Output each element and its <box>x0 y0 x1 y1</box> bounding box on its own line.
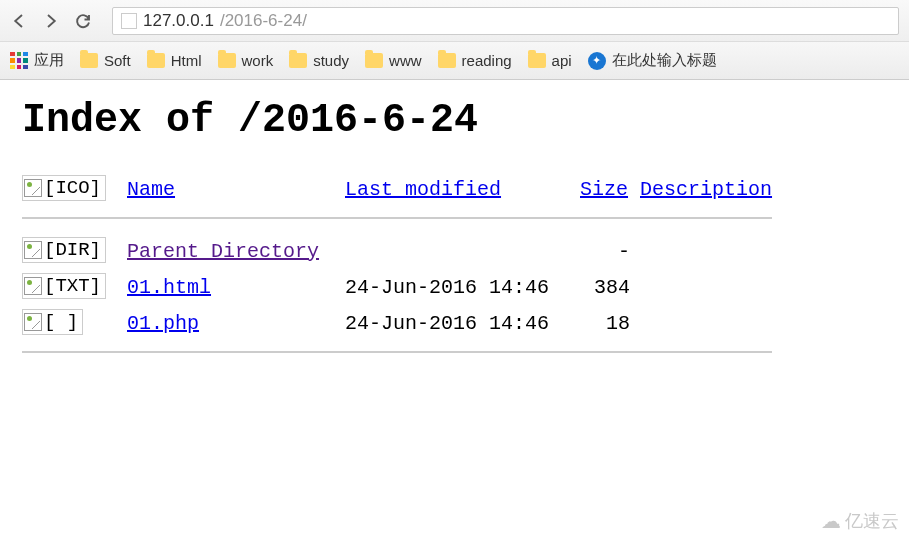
bookmark-work[interactable]: work <box>218 52 274 69</box>
header-row: [ICO] Name Last modified Size Descriptio… <box>22 171 772 207</box>
divider <box>22 217 772 219</box>
sort-description-link[interactable]: Description <box>640 178 772 201</box>
globe-icon: ✦ <box>588 52 606 70</box>
header-modified: Last modified <box>345 171 580 207</box>
broken-image-icon <box>24 277 42 295</box>
cell-modified: 24-Jun-2016 14:46 <box>345 305 580 341</box>
table-row: [TXT] 01.html 24-Jun-2016 14:46 384 <box>22 269 772 305</box>
reload-button[interactable] <box>74 12 92 30</box>
cell-modified: 24-Jun-2016 14:46 <box>345 269 580 305</box>
cell-modified <box>345 233 580 269</box>
folder-icon <box>80 53 98 68</box>
cell-size: 384 <box>580 269 640 305</box>
folder-icon <box>528 53 546 68</box>
nav-back-button[interactable] <box>10 12 28 30</box>
folder-icon <box>365 53 383 68</box>
header-size: Size <box>580 171 640 207</box>
folder-icon <box>147 53 165 68</box>
cloud-icon: ☁ <box>821 509 841 533</box>
bookmark-html[interactable]: Html <box>147 52 202 69</box>
sort-name-link[interactable]: Name <box>127 178 175 201</box>
bookmark-tool[interactable]: ✦在此处输入标题 <box>588 51 717 70</box>
arrow-right-icon <box>42 12 60 30</box>
file-link[interactable]: 01.php <box>127 312 199 335</box>
watermark: ☁ 亿速云 <box>821 509 899 533</box>
broken-image-icon <box>24 313 42 331</box>
folder-icon <box>438 53 456 68</box>
cell-size: 18 <box>580 305 640 341</box>
directory-listing: [ICO] Name Last modified Size Descriptio… <box>22 171 772 367</box>
broken-image-icon <box>24 241 42 259</box>
arrow-left-icon <box>10 12 28 30</box>
parent-directory-link[interactable]: Parent Directory <box>127 240 319 263</box>
address-bar[interactable]: 127.0.0.1/2016-6-24/ <box>112 7 899 35</box>
cell-size: - <box>580 233 640 269</box>
bookmarks-bar: 应用 Soft Html work study www reading api … <box>0 42 909 80</box>
broken-image-icon <box>24 179 42 197</box>
bookmark-www[interactable]: www <box>365 52 422 69</box>
url-path: /2016-6-24/ <box>220 11 307 31</box>
nav-forward-button[interactable] <box>42 12 60 30</box>
page-content: Index of /2016-6-24 [ICO] Name Last modi… <box>0 80 909 385</box>
bookmark-api[interactable]: api <box>528 52 572 69</box>
bookmark-soft[interactable]: Soft <box>80 52 131 69</box>
apps-icon <box>10 52 28 70</box>
bookmark-study[interactable]: study <box>289 52 349 69</box>
divider <box>22 351 772 353</box>
page-title: Index of /2016-6-24 <box>22 98 887 143</box>
folder-icon <box>289 53 307 68</box>
reload-icon <box>74 12 92 30</box>
sort-size-link[interactable]: Size <box>580 178 628 201</box>
folder-icon <box>218 53 236 68</box>
file-link[interactable]: 01.html <box>127 276 211 299</box>
sort-modified-link[interactable]: Last modified <box>345 178 501 201</box>
apps-button[interactable]: 应用 <box>10 51 64 70</box>
browser-toolbar: 127.0.0.1/2016-6-24/ <box>0 0 909 42</box>
header-description: Description <box>640 171 772 207</box>
apps-label: 应用 <box>34 51 64 70</box>
url-host: 127.0.0.1 <box>143 11 214 31</box>
header-name: Name <box>127 171 345 207</box>
page-icon <box>121 13 137 29</box>
table-row: [ ] 01.php 24-Jun-2016 14:46 18 <box>22 305 772 341</box>
table-row: [DIR] Parent Directory - <box>22 233 772 269</box>
bookmark-reading[interactable]: reading <box>438 52 512 69</box>
header-icon: [ICO] <box>22 171 127 207</box>
